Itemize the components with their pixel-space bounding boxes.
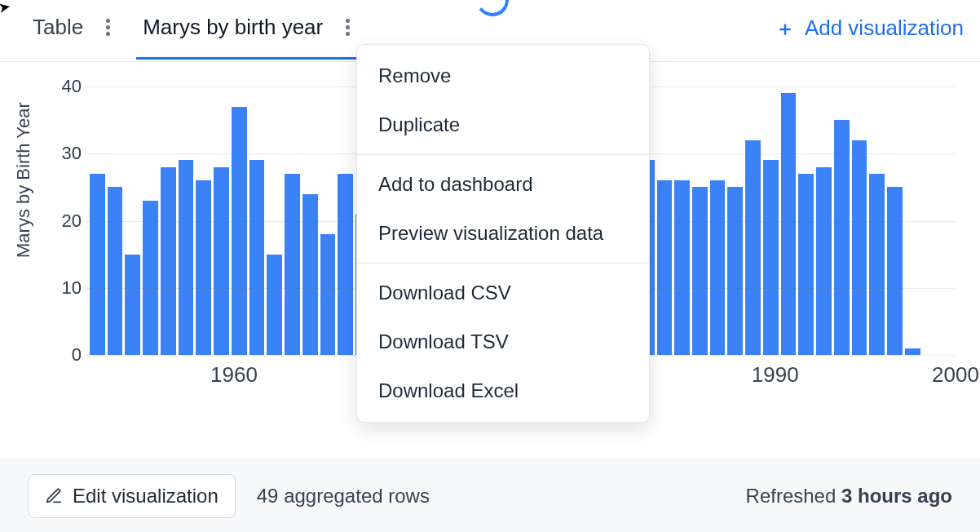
footer: Edit visualization 49 aggregated rows Re… <box>0 459 980 532</box>
add-visualization-label: Add visualization <box>805 16 964 41</box>
chart-bar <box>905 348 920 355</box>
menu-separator <box>357 154 649 155</box>
kebab-icon[interactable] <box>101 14 115 41</box>
chart-bar <box>657 180 673 355</box>
chart-bar <box>710 180 726 355</box>
chart-bar <box>338 174 353 355</box>
x-tick: 1960 <box>210 362 258 388</box>
chart-bar <box>727 187 743 355</box>
tab-active-label: Marys by birth year <box>143 15 323 40</box>
menu-download-csv[interactable]: Download CSV <box>357 268 649 317</box>
menu-download-excel[interactable]: Download Excel <box>357 366 649 415</box>
chart-bar <box>161 167 176 355</box>
plus-icon: ＋ <box>775 16 795 42</box>
chart-bar <box>692 187 708 355</box>
visualization-options-menu: Remove Duplicate Add to dashboard Previe… <box>356 44 650 423</box>
tab-table[interactable]: Table <box>26 14 121 60</box>
chart-bar <box>745 140 761 355</box>
menu-duplicate[interactable]: Duplicate <box>357 100 649 149</box>
menu-preview-data[interactable]: Preview visualization data <box>357 209 649 258</box>
chart-bar <box>674 180 690 355</box>
tab-table-label: Table <box>33 15 83 40</box>
edit-visualization-button[interactable]: Edit visualization <box>28 474 236 518</box>
chart-bar <box>285 174 300 355</box>
aggregated-rows-label: 49 aggregated rows <box>257 485 430 508</box>
kebab-icon[interactable] <box>341 14 355 41</box>
chart-bar <box>249 160 265 355</box>
chart-bar <box>816 167 832 355</box>
x-tick: 1990 <box>752 362 799 388</box>
refreshed-prefix: Refreshed <box>746 485 841 507</box>
menu-remove[interactable]: Remove <box>357 51 649 100</box>
y-axis-label: Marys by Birth Year <box>13 102 34 258</box>
chart-bar <box>179 160 194 355</box>
chart-bar <box>852 140 867 355</box>
chart-bar <box>196 180 211 355</box>
chart-bar <box>108 187 123 355</box>
y-tick: 40 <box>49 76 82 97</box>
edit-visualization-label: Edit visualization <box>73 485 219 508</box>
x-tick: 2000 <box>932 362 979 388</box>
y-tick: 10 <box>49 277 82 299</box>
chart-bar <box>214 167 229 355</box>
chart-bar <box>302 194 318 355</box>
chart-bar <box>143 201 158 355</box>
edit-icon <box>45 487 63 505</box>
chart-bar <box>232 107 247 355</box>
menu-download-tsv[interactable]: Download TSV <box>357 317 649 366</box>
chart-bar <box>834 120 850 355</box>
refreshed-time: 3 hours ago <box>841 485 952 507</box>
refreshed-label: Refreshed 3 hours ago <box>746 485 952 508</box>
chart-bar <box>267 255 282 355</box>
tab-marys-by-birth-year[interactable]: Marys by birth year <box>136 14 361 60</box>
y-tick: 20 <box>49 211 82 232</box>
chart-bar <box>125 255 140 355</box>
add-visualization-button[interactable]: ＋ Add visualization <box>775 16 964 58</box>
chart-bar <box>320 234 336 355</box>
chart-bar <box>781 93 797 355</box>
menu-add-dashboard[interactable]: Add to dashboard <box>357 160 649 209</box>
chart-bar <box>798 174 814 355</box>
y-tick: 0 <box>49 344 82 366</box>
chart-bar <box>90 174 105 355</box>
y-tick: 30 <box>49 143 82 164</box>
chart-bar <box>887 187 903 355</box>
chart-bar <box>763 160 779 355</box>
chart-bar <box>869 174 885 355</box>
menu-separator <box>357 263 649 264</box>
